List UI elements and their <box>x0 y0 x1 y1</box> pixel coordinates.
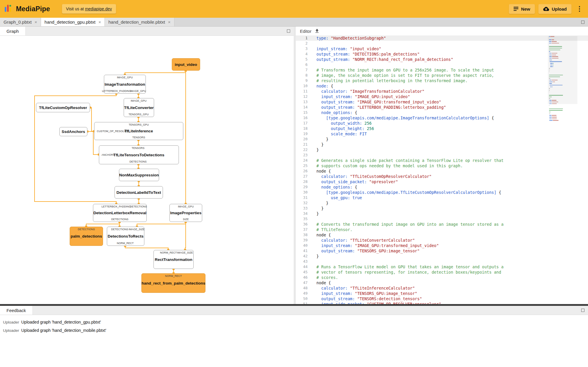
graph-edge <box>86 222 120 227</box>
code-text: } <box>313 206 324 211</box>
port-label: TENSORS <box>132 147 145 150</box>
graph-node-DetectionLetterboxRemoval[interactable]: DetectionLetterboxRemovalLETTERBOX_PADDI… <box>93 204 147 222</box>
tab-feedback[interactable]: Feedback <box>0 306 33 315</box>
code-line: 22} <box>296 147 588 152</box>
minimap-segment <box>549 118 552 119</box>
graph-panel: Graph input_videoImageTransformationIMAG… <box>0 27 294 304</box>
code-line: 13 output_stream: "IMAGE_GPU:transformed… <box>296 99 588 105</box>
minimap-line <box>549 112 576 113</box>
editor-minimap[interactable] <box>549 36 576 122</box>
new-button[interactable]: New <box>509 4 535 14</box>
doc-tab[interactable]: hand_detection_mobile.pbtxt× <box>105 18 174 26</box>
graph-node-DetectionLabelIdToText[interactable]: DetectionLabelIdToText <box>115 186 163 199</box>
code-text: node_options: { <box>313 184 357 190</box>
line-number: 18 <box>296 126 313 131</box>
graph-node-TfLiteTensorsToDetections[interactable]: TfLiteTensorsToDetectionsTENSORSDETECTIO… <box>99 145 179 164</box>
visit-link-chip[interactable]: Visit us at mediapipe.dev <box>62 4 116 14</box>
tab-graph[interactable]: Graph <box>0 27 26 35</box>
doc-tab[interactable]: Graph_0.pbtxt× <box>0 18 41 26</box>
feedback-tab-label: Feedback <box>6 308 26 313</box>
code-line: 39 calculator: "TfLiteConverterCalculato… <box>296 238 588 243</box>
visit-prefix-text: Visit us at <box>66 7 85 11</box>
line-number: 42 <box>296 254 313 259</box>
code-line: 29 node_options: { <box>296 184 588 190</box>
line-number: 23 <box>296 152 313 158</box>
doc-tab[interactable]: hand_detection_gpu.pbtxt× <box>41 18 105 26</box>
code-line: 37# TfLiteTensor. <box>296 227 588 232</box>
doc-tab-label: hand_detection_gpu.pbtxt <box>45 20 96 25</box>
port-label: DETECTIONS <box>130 205 147 208</box>
port-label: LETTERBOX_PADDING <box>102 90 131 92</box>
tab-close-icon[interactable]: × <box>35 20 37 24</box>
graph-canvas[interactable]: input_videoImageTransformationIMAGE_GPUL… <box>0 36 294 304</box>
line-number: 39 <box>296 238 313 243</box>
code-text: # image, the scale_mode option is set to… <box>313 73 494 78</box>
code-line: 21 } <box>296 142 588 147</box>
code-line: 42} <box>296 254 588 259</box>
graph-node-SsdAnchors[interactable]: SsdAnchors <box>59 127 87 136</box>
code-text: [type.googleapis.com/mediapipe.ImageTran… <box>313 115 494 121</box>
graph-node-TfLiteConverter[interactable]: TfLiteConverterIMAGE_GPUTENSORS_GPU <box>124 98 154 117</box>
graph-node-ImageProperties[interactable]: ImagePropertiesIMAGE_GPUSIZE <box>169 204 202 222</box>
line-number: 31 <box>296 195 313 200</box>
download-icon[interactable] <box>314 28 320 34</box>
graph-panel-tab-strip: Graph <box>0 27 294 36</box>
line-number: 17 <box>296 121 313 126</box>
port-label: NORM_RECT <box>160 251 177 254</box>
node-label: input_video <box>175 62 197 67</box>
line-number: 6 <box>296 62 313 67</box>
code-text: # vector of tensors representing, for in… <box>313 269 501 275</box>
minimap-line <box>549 115 576 116</box>
code-text: } <box>313 211 319 216</box>
port-label: NORM_RECT <box>165 275 182 277</box>
overflow-menu-icon[interactable]: ⋮ <box>575 6 584 12</box>
graph-node-NonMaxSuppression[interactable]: NonMaxSuppression <box>119 169 159 181</box>
maximize-graph-panel-icon[interactable] <box>287 30 290 33</box>
feedback-row: UploaderUploaded graph 'hand_detection_m… <box>3 326 588 334</box>
code-editor[interactable]: 1type: "HandDetectionSubgraph"23input_st… <box>296 35 588 304</box>
maximize-editor-panel-icon[interactable] <box>581 20 584 24</box>
graph-edge <box>125 71 186 75</box>
graph-node-ImageTransformation[interactable]: ImageTransformationIMAGE_GPULETTERBOX_PA… <box>104 75 146 94</box>
code-text: calculator: "ImageTransformationCalculat… <box>313 89 424 94</box>
code-text: node: { <box>313 83 333 89</box>
code-text: # Runs a TensorFlow Lite model on GPU th… <box>313 264 504 269</box>
line-number: 49 <box>296 291 313 296</box>
tab-close-icon[interactable]: × <box>98 20 101 24</box>
tab-close-icon[interactable]: × <box>168 20 171 24</box>
minimap-line <box>549 120 576 121</box>
code-text: node { <box>313 280 331 285</box>
graph-node-TfLiteCustomOpResolver[interactable]: TfLiteCustomOpResolver <box>36 103 90 112</box>
line-number: 24 <box>296 158 313 163</box>
port-label: LETTERBOX_PADDING <box>102 205 131 208</box>
code-line: 10node: { <box>296 83 588 89</box>
line-number: 41 <box>296 248 313 254</box>
graph-node-palm_detections[interactable]: palm_detectionsDETECTIONS <box>70 227 103 246</box>
minimap-segment <box>549 105 549 106</box>
node-label: palm_detections <box>71 234 102 238</box>
code-line: 12 input_stream: "IMAGE_GPU:input_video" <box>296 94 588 99</box>
graph-node-input_video[interactable]: input_video <box>172 58 200 71</box>
minimap-segment <box>549 115 551 116</box>
minimap-segment <box>549 113 550 114</box>
graph-node-RectTransformation[interactable]: RectTransformationNORM_RECTIMAGE_SIZE <box>153 250 194 269</box>
code-line: 31 use_gpu: true <box>296 195 588 200</box>
graph-node-TfLiteInference[interactable]: TfLiteInferenceTENSORS_GPUTENSORSCUSTOM_… <box>94 122 183 140</box>
maximize-feedback-panel-icon[interactable] <box>581 309 584 312</box>
minimap-segment <box>552 117 557 118</box>
upload-button[interactable]: Upload <box>538 4 571 14</box>
code-text: output_side_packet: "opresolver" <box>313 179 398 184</box>
mediapipe-dev-link[interactable]: mediapipe.dev <box>85 7 112 11</box>
code-text: # resulting in potential letterboxing in… <box>313 78 468 83</box>
code-line: 38node { <box>296 232 588 238</box>
code-text: scale_mode: FIT <box>313 131 367 137</box>
code-line: 15 node_options: { <box>296 110 588 115</box>
code-text <box>313 259 316 264</box>
code-line: 49 input_stream: "TENSORS_GPU:image_tens… <box>296 291 588 296</box>
feedback-source: Uploader <box>3 320 21 324</box>
code-text: # TfLiteTensor. <box>313 227 352 232</box>
port-label: DETECTIONS <box>130 160 147 163</box>
graph-node-DetectionsToRects[interactable]: DetectionsToRectsDETECTIONSIMAGE_SIZENOR… <box>107 227 144 246</box>
line-number: 45 <box>296 269 313 275</box>
graph-node-hand_rect_from_palm_detections[interactable]: hand_rect_from_palm_detectionsNORM_RECT <box>141 273 205 293</box>
